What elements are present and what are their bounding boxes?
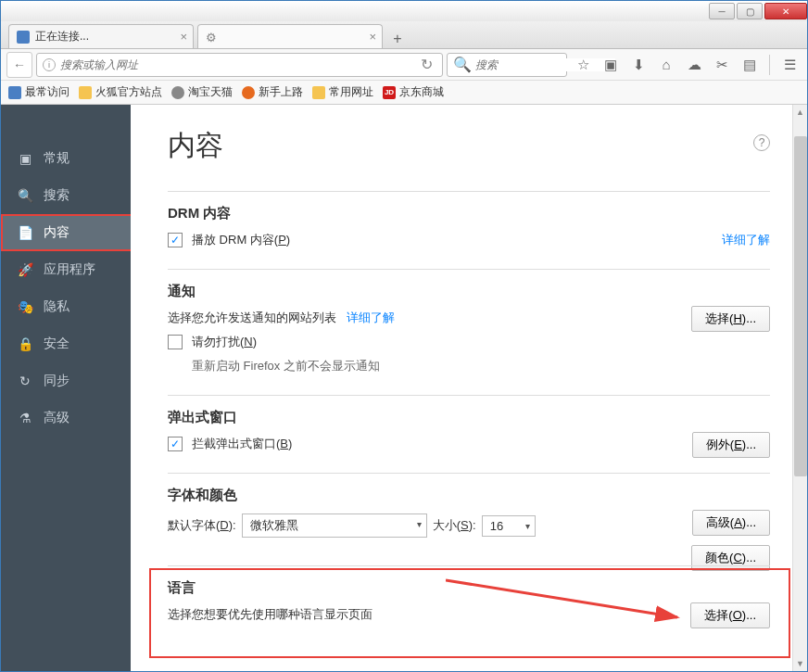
close-icon[interactable]: ×: [180, 30, 187, 44]
globe-icon: [171, 86, 184, 99]
jd-icon: JD: [383, 86, 396, 99]
new-tab-button[interactable]: +: [386, 30, 409, 48]
chat-icon[interactable]: ☁: [682, 53, 706, 77]
nav-toolbar: ← i ↻ 🔍 ☆ ▣ ⬇ ⌂ ☁ ✂ ▤ ☰: [1, 49, 807, 81]
main-area: ▣常规 🔍搜索 📄内容 🚀应用程序 🎭隐私 🔒安全 ↻同步 ⚗高级 ? 内容 D…: [1, 105, 807, 671]
firefox-icon: [242, 86, 255, 99]
sidebar-item-general[interactable]: ▣常规: [1, 140, 131, 177]
section-heading: 字体和颜色: [168, 487, 770, 504]
general-icon: ▣: [18, 151, 32, 166]
section-heading: 弹出式窗口: [168, 409, 770, 426]
close-button[interactable]: ✕: [764, 3, 807, 19]
capture-icon[interactable]: ✂: [710, 53, 734, 77]
font-advanced-button[interactable]: 高级(A)...: [692, 510, 770, 536]
preferences-sidebar: ▣常规 🔍搜索 📄内容 🚀应用程序 🎭隐私 🔒安全 ↻同步 ⚗高级: [1, 105, 131, 671]
bookmark-firefox-official[interactable]: 火狐官方站点: [79, 84, 162, 100]
bookmark-getting-started[interactable]: 新手上路: [242, 84, 303, 100]
info-icon[interactable]: i: [43, 58, 56, 71]
font-select[interactable]: 微软雅黑: [242, 514, 427, 538]
folder-icon: [312, 86, 325, 99]
content-icon: 📄: [18, 225, 32, 240]
apps-icon: 🚀: [18, 262, 32, 277]
tab-label: 正在连接...: [35, 29, 89, 44]
sidebar-item-content[interactable]: 📄内容: [1, 214, 131, 251]
tab-strip: 正在连接... × ⚙ × +: [1, 21, 807, 49]
window-titlebar: ─ ▢ ✕: [1, 1, 807, 21]
scroll-thumb[interactable]: [794, 136, 807, 476]
drm-checkbox-label: 播放 DRM 内容(P): [192, 232, 290, 248]
lock-icon: 🔒: [18, 336, 32, 351]
size-select[interactable]: 16: [482, 515, 536, 537]
divider: [769, 55, 770, 75]
sidebar-item-privacy[interactable]: 🎭隐私: [1, 288, 131, 325]
menu-icon[interactable]: ☰: [777, 53, 802, 77]
section-popups: 弹出式窗口 ✓ 拦截弹出式窗口(B) 例外(E)...: [168, 395, 770, 452]
notif-choose-button[interactable]: 选择(H)...: [691, 306, 770, 332]
close-icon[interactable]: ×: [369, 30, 376, 44]
drm-learn-more-link[interactable]: 详细了解: [722, 232, 770, 248]
bookmark-taobao[interactable]: 淘宝天猫: [171, 84, 233, 100]
privacy-icon: 🎭: [18, 299, 32, 314]
search-icon: 🔍: [453, 56, 472, 73]
section-heading: 通知: [168, 283, 770, 300]
bookmark-star-icon[interactable]: ☆: [571, 53, 595, 77]
section-heading: 语言: [168, 579, 770, 597]
pocket-icon[interactable]: ▣: [599, 53, 623, 77]
home-icon[interactable]: ⌂: [654, 53, 678, 77]
size-label: 大小(S):: [433, 517, 476, 534]
search-icon: 🔍: [18, 188, 32, 203]
download-icon[interactable]: ⬇: [626, 53, 650, 77]
bookmarks-bar: 最常访问 火狐官方站点 淘宝天猫 新手上路 常用网址 JD京东商城: [1, 81, 807, 105]
section-drm: DRM 内容 ✓ 播放 DRM 内容(P) 详细了解: [168, 191, 770, 248]
sidebar-item-sync[interactable]: ↻同步: [1, 362, 131, 399]
url-bar[interactable]: i ↻: [36, 53, 443, 77]
maximize-button[interactable]: ▢: [737, 3, 763, 19]
bookmark-most-visited[interactable]: 最常访问: [8, 84, 69, 100]
notif-desc: 选择您允许发送通知的网站列表: [168, 310, 336, 326]
tab-connecting[interactable]: 正在连接... ×: [8, 24, 194, 48]
section-fonts: 字体和颜色 默认字体(D): 微软雅黑 大小(S): 16 高级(A)... 颜…: [168, 473, 770, 545]
dnd-checkbox[interactable]: [168, 335, 183, 349]
lang-choose-button[interactable]: 选择(O)...: [690, 602, 770, 628]
url-input[interactable]: [60, 58, 417, 71]
sidebar-item-search[interactable]: 🔍搜索: [1, 177, 131, 214]
search-bar[interactable]: 🔍: [447, 53, 567, 77]
help-icon[interactable]: ?: [753, 134, 770, 151]
section-language: 语言 选择您想要优先使用哪种语言显示页面 选择(O)...: [168, 565, 770, 658]
tiles-icon[interactable]: ▤: [738, 53, 762, 77]
sidebar-item-applications[interactable]: 🚀应用程序: [1, 251, 131, 288]
dnd-note: 重新启动 Firefox 之前不会显示通知: [192, 358, 770, 374]
minimize-button[interactable]: ─: [709, 3, 735, 19]
popup-checkbox[interactable]: ✓: [168, 437, 183, 451]
scroll-up-icon[interactable]: ▲: [793, 105, 807, 120]
content-pane: ? 内容 DRM 内容 ✓ 播放 DRM 内容(P) 详细了解 通知 选择您允许…: [131, 105, 807, 671]
scroll-down-icon[interactable]: ▼: [793, 656, 807, 671]
notif-learn-more-link[interactable]: 详细了解: [347, 310, 395, 326]
advanced-icon: ⚗: [18, 411, 32, 425]
paw-icon: [17, 31, 30, 44]
sidebar-item-security[interactable]: 🔒安全: [1, 325, 131, 362]
reload-icon[interactable]: ↻: [417, 56, 436, 73]
sidebar-item-advanced[interactable]: ⚗高级: [1, 399, 131, 437]
back-button[interactable]: ←: [6, 52, 32, 78]
tab-preferences[interactable]: ⚙ ×: [197, 24, 383, 48]
grid-icon: [8, 86, 21, 99]
bookmark-jd[interactable]: JD京东商城: [383, 84, 444, 100]
drm-checkbox[interactable]: ✓: [168, 233, 183, 247]
page-title: 内容: [168, 127, 770, 165]
section-heading: DRM 内容: [168, 205, 770, 222]
lang-desc: 选择您想要优先使用哪种语言显示页面: [168, 606, 372, 623]
popup-exceptions-button[interactable]: 例外(E)...: [692, 432, 770, 458]
folder-icon: [79, 86, 92, 99]
sync-icon: ↻: [18, 374, 32, 388]
dnd-label: 请勿打扰(N): [192, 334, 257, 350]
bookmark-common-sites[interactable]: 常用网址: [312, 84, 373, 100]
section-notifications: 通知 选择您允许发送通知的网站列表 详细了解 选择(H)... 请勿打扰(N) …: [168, 269, 770, 374]
default-font-label: 默认字体(D):: [168, 517, 236, 534]
popup-label: 拦截弹出式窗口(B): [192, 436, 292, 452]
vertical-scrollbar[interactable]: ▲ ▼: [792, 105, 807, 671]
gear-icon: ⚙: [206, 31, 219, 44]
